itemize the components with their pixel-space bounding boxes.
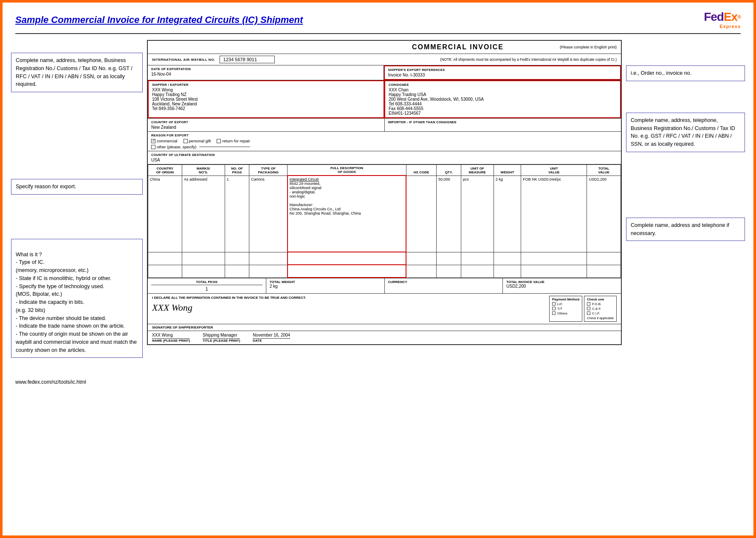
annotation-box-consignee: Complete name, address, telephone, Busin… (626, 113, 745, 152)
desc-mfr: Manufacturer: (290, 203, 404, 207)
country-dest-row: COUNTRY OF ULTIMATE DESTINATION USA (148, 151, 621, 164)
col-unit-measure: UNIT OFMEASURE (461, 165, 494, 176)
totals-invoice-col: TOTAL INVOICE VALUE USD2,200 (503, 278, 621, 293)
annotation-importer-text: Complete name, address and telephone if … (631, 222, 729, 236)
date-export-cell: DATE OF EXPORTATION 16-Nov-04 (148, 65, 384, 80)
annotation-reason-text: Specify reason for export. (16, 184, 76, 190)
reason-other-label: other (please, specify) (157, 144, 196, 149)
col-description: FULL DESCRIPTIONOF GOODS (288, 165, 406, 176)
payment-boxes: Payment Method L/C T/T Oth (549, 296, 617, 322)
annotation-box-order-no: i.e., Order no., invoice no. (626, 65, 745, 81)
shipper-address2: Auckland, New Zealand (152, 102, 380, 106)
shippers-ref-cell: SHIPPER'S EXPORT REFERENCES Invoice No. … (384, 65, 621, 80)
shipper-name: XXX Wong (152, 88, 380, 92)
page-header: Sample Commercial Invoice for Integrated… (3, 3, 753, 33)
waybill-number: 1234 5678 9011 (220, 56, 275, 63)
fedex-logo: FedEx® Express (704, 10, 741, 29)
col-packaging: TYPE OFPACKAGING (249, 165, 288, 176)
col-unit-value: UNITVALUE (521, 165, 587, 176)
check-fob-label: F.O.B. (592, 302, 601, 306)
annotation-box-description: What is it ? - Type of IC. (memory, micr… (11, 239, 143, 358)
consignee-cell: CONSIGNEE XXX Chan Happy Trading USA 200… (384, 80, 621, 118)
invoice-title: COMMERCIAL INVOICE (356, 43, 560, 51)
annotation-box-shipper: Complete name, address, telephone, Busin… (11, 53, 143, 92)
page-border: Sample Commercial Invoice for Integrated… (3, 3, 753, 389)
col-hs-code: HS CODE (406, 165, 437, 176)
cell-unit-measure: pcs (461, 176, 494, 252)
importer-cell: IMPORTER - IF OTHER THAN CONSIGNEE (385, 119, 621, 131)
left-annotation-1: Complete name, address, telephone, Busin… (11, 53, 143, 98)
check-caf-label: C.& F. (592, 307, 601, 311)
reason-return: return for repair (217, 139, 250, 143)
table-row-empty-1 (148, 252, 621, 265)
totals-invoice-value: USD2,200 (506, 284, 618, 289)
fedex-express-label: Express (704, 24, 741, 29)
importer-label: IMPORTER - IF OTHER THAN CONSIGNEE (388, 120, 618, 124)
table-header-row: COUNTRYOF ORIGIN MARKS/NO'S. NO. OFPKGS … (148, 165, 621, 176)
pm-others-label: Others (557, 311, 567, 315)
annotation-order-text: i.e., Order no., invoice no. (631, 70, 691, 76)
payment-others-row: Others (552, 311, 579, 315)
cell-weight: 2 kg (494, 176, 521, 252)
country-dest-label: COUNTRY OF ULTIMATE DESTINATION (151, 153, 618, 157)
invoice-print-note: (Please complete in English print) (560, 45, 617, 49)
date-export-label: DATE OF EXPORTATION (151, 67, 380, 71)
check-applicable-label: Check if applicable (587, 316, 614, 320)
invoice-header-row: COMMERCIAL INVOICE (Please complete in E… (148, 41, 621, 54)
right-annotation-2: Complete name, address, telephone, Busin… (626, 113, 745, 158)
desc-line3: - analog/digital, (290, 190, 404, 194)
cell-unit-value: FOB HK USD0.044/pc (521, 176, 587, 252)
shippers-ref-label: SHIPPER'S EXPORT REFERENCES (388, 68, 617, 72)
desc-line4: non-logic (290, 194, 404, 198)
check-fob-checkbox (587, 302, 590, 306)
checkbox-personal (183, 139, 188, 143)
payment-lc-row: L/C (552, 302, 579, 306)
checkbox-other (151, 145, 155, 149)
title-value: Shipping Manager (203, 333, 240, 337)
totals-currency-col: CURRENCY (385, 278, 503, 293)
consignee-ein: EIN#01-1234567 (389, 111, 617, 116)
waybill-row: INTERNATIONAL AIR WAYBILL NO. 1234 5678 … (148, 54, 621, 65)
annotation-consignee-text: Complete name, address, telephone, Busin… (631, 117, 735, 147)
table-row: China As addressed 1 Cartons Integrated … (148, 176, 621, 252)
date-value: November 16, 2004 (253, 333, 290, 337)
totals-pkgs-col: TOTAL PKGS 1 (148, 278, 266, 293)
totals-weight-col: TOTAL WEIGHT 2 kg (266, 278, 385, 293)
shipper-tel: Tel 849-356-7462 (152, 106, 380, 111)
shipper-company: Happy Trading NZ (152, 92, 380, 97)
title-print-label: TITLE (PLEASE PRINT) (203, 338, 240, 343)
right-annotation-1: i.e., Order no., invoice no. (626, 65, 745, 87)
annotation-box-importer: Complete name, address and telephone if … (626, 218, 745, 241)
commercial-invoice: COMMERCIAL INVOICE (Please complete in E… (147, 40, 622, 345)
waybill-note: (NOTE: All shipments must be accompanied… (279, 57, 617, 62)
check-cif-row: C.I.F. (587, 311, 614, 315)
main-content: Complete name, address, telephone, Busin… (3, 40, 753, 372)
country-dest-value: USA (151, 158, 618, 162)
consignee-fax: Fax 608-444-5555 (389, 106, 617, 111)
totals-invoice-label: TOTAL INVOICE VALUE (506, 280, 618, 284)
desc-title: Integrated Circuit (290, 177, 404, 181)
reason-checkboxes: commercial personal gift return for repa… (151, 139, 618, 143)
footer-url: www.fedex.com/nz/tools/ic.html (15, 379, 86, 385)
check-fob-row: F.O.B. (587, 302, 614, 306)
checkbox-commercial (151, 139, 155, 143)
waybill-label: INTERNATIONAL AIR WAYBILL NO. (152, 58, 215, 62)
date-block: November 16, 2004 DATE (253, 333, 290, 343)
declare-payment-row: I DECLARE ALL THE INFORMATION CONTAINED … (148, 293, 621, 324)
country-importer-row: COUNTRY OF EXPORT New Zealand IMPORTER -… (148, 119, 621, 132)
cell-marks: As addressed (182, 176, 225, 252)
totals-currency-label: CURRENCY (388, 280, 499, 284)
consignee-name: XXX Chan (389, 88, 617, 92)
signature: XXX Wong (152, 302, 545, 313)
pm-checkbox-tt (552, 307, 556, 310)
fedex-fed: Fed (704, 10, 724, 24)
header-divider (15, 33, 741, 34)
cell-description: Integrated Circuit 8542.29 mounted, sili… (288, 176, 406, 252)
pm-checkbox-others (552, 311, 556, 315)
country-export-cell: COUNTRY OF EXPORT New Zealand (148, 119, 385, 131)
cell-hs-code (406, 176, 437, 252)
reason-return-label: return for repair (222, 139, 250, 143)
pm-lc-label: L/C (557, 302, 562, 306)
col-qty: QTY. (437, 165, 461, 176)
reason-personal-label: personal gift (189, 139, 211, 143)
